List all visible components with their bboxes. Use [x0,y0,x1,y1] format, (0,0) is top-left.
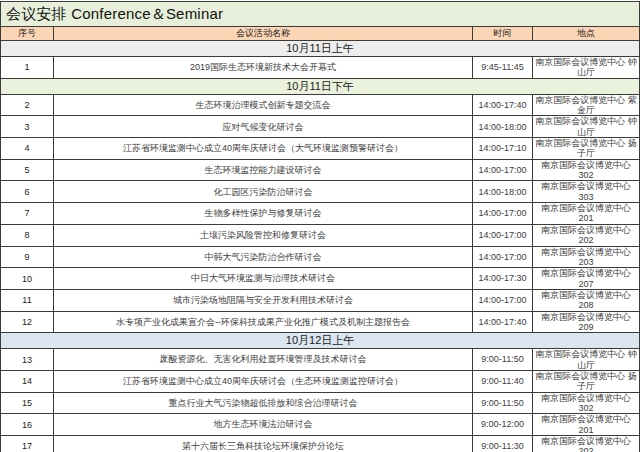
cell-location: 南京国际会议博览中心 201 [533,203,640,225]
cell-time: 9:00-11:40 [473,370,533,392]
cell-location: 南京国际会议博览中心 202 [533,436,640,452]
table-row: 10中日大气环境监测与治理技术研讨会14:00-17:30南京国际会议博览中心 … [1,268,640,290]
table-row: 17第十六届长三角科技论坛环境保护分论坛9:00-11:30南京国际会议博览中心… [1,436,640,452]
table-row: 14江苏省环境监测中心成立40周年庆研讨会（生态环境监测监控研讨会）9:00-1… [1,370,640,392]
cell-location: 南京国际会议博览中心 207 [533,268,640,290]
cell-time: 9:45-11:45 [473,57,533,79]
column-header-location: 地点 [533,27,640,41]
cell-seq: 12 [1,311,54,333]
table-row: 12019国际生态环境新技术大会开幕式9:45-11:45南京国际会议博览中心 … [1,57,640,79]
cell-time: 14:00-17:40 [473,311,533,333]
cell-name: 地方生态环境法治研讨会 [54,414,473,436]
table-row: 8土壤污染风险管控和修复研讨会14:00-17:00南京国际会议博览中心 202 [1,224,640,246]
cell-name: 2019国际生态环境新技术大会开幕式 [54,57,473,79]
cell-location: 南京国际会议博览中心 扬子厅 [533,138,640,160]
cell-time: 14:00-18:00 [473,116,533,138]
cell-seq: 16 [1,414,54,436]
cell-name: 中日大气环境监测与治理技术研讨会 [54,268,473,290]
cell-seq: 9 [1,246,54,268]
cell-location: 南京国际会议博览中心 202 [533,224,640,246]
schedule-sheet: 会议安排 Conference＆Seminar 序号 会议活动名称 时间 地点 … [0,0,640,452]
column-header-time: 时间 [473,27,533,41]
table-row: 6化工园区污染防治研讨会14:00-18:00南京国际会议博览中心 303 [1,181,640,203]
cell-time: 9:00-11:30 [473,436,533,452]
cell-time: 14:00-17:00 [473,289,533,311]
cell-time: 14:00-18:00 [473,181,533,203]
cell-seq: 13 [1,349,54,371]
cell-seq: 4 [1,138,54,160]
cell-seq: 3 [1,116,54,138]
cell-name: 第十六届长三角科技论坛环境保护分论坛 [54,436,473,452]
cell-location: 南京国际会议博览中心 203 [533,246,640,268]
cell-name: 应对气候变化研讨会 [54,116,473,138]
cell-location: 南京国际会议博览中心 紫金厅 [533,94,640,116]
cell-location: 南京国际会议博览中心 302 [533,392,640,414]
cell-location: 南京国际会议博览中心 钟山厅 [533,349,640,371]
cell-seq: 5 [1,159,54,181]
column-header-row: 序号 会议活动名称 时间 地点 [1,27,640,41]
cell-location: 南京国际会议博览中心 208 [533,289,640,311]
cell-name: 生物多样性保护与修复研讨会 [54,203,473,225]
cell-seq: 17 [1,436,54,452]
cell-location: 南京国际会议博览中心 扬子厅 [533,370,640,392]
cell-time: 14:00-17:00 [473,159,533,181]
cell-time: 9:00-11:50 [473,392,533,414]
table-row: 2生态环境治理模式创新专题交流会14:00-17:40南京国际会议博览中心 紫金… [1,94,640,116]
cell-seq: 11 [1,289,54,311]
cell-location: 南京国际会议博览中心 303 [533,181,640,203]
cell-location: 南京国际会议博览中心 209 [533,311,640,333]
cell-seq: 10 [1,268,54,290]
cell-time: 14:00-17:00 [473,224,533,246]
cell-time: 14:00-17:30 [473,268,533,290]
cell-time: 9:00-12:00 [473,414,533,436]
section-row: 10月12日上午 [1,333,640,349]
cell-name: 江苏省环境监测中心成立40周年庆研讨会（生态环境监测监控研讨会） [54,370,473,392]
cell-location: 南京国际会议博览中心 钟山厅 [533,57,640,79]
cell-time: 9:00-11:50 [473,349,533,371]
table-row: 3应对气候变化研讨会14:00-18:00南京国际会议博览中心 钟山厅 [1,116,640,138]
cell-name: 化工园区污染防治研讨会 [54,181,473,203]
cell-name: 重点行业大气污染物超低排放和综合治理研讨会 [54,392,473,414]
cell-time: 14:00-17:40 [473,94,533,116]
cell-seq: 7 [1,203,54,225]
cell-name: 废酸资源化、无害化利用处置环境管理及技术研讨会 [54,349,473,371]
table-row: 12水专项产业化成果宣介会--环保科技成果产业化推广模式及机制主题报告会14:0… [1,311,640,333]
table-row: 5生态环境监控能力建设研讨会14:00-17:00南京国际会议博览中心 302 [1,159,640,181]
cell-time: 14:00-17:10 [473,138,533,160]
table-row: 4江苏省环境监测中心成立40周年庆研讨会（大气环境监测预警研讨会）14:00-1… [1,138,640,160]
table-row: 13废酸资源化、无害化利用处置环境管理及技术研讨会9:00-11:50南京国际会… [1,349,640,371]
table-row: 15重点行业大气污染物超低排放和综合治理研讨会9:00-11:50南京国际会议博… [1,392,640,414]
table-title-row: 会议安排 Conference＆Seminar [1,2,640,27]
table-row: 9中韩大气污染防治合作研讨会14:00-17:00南京国际会议博览中心 203 [1,246,640,268]
cell-location: 南京国际会议博览中心 302 [533,159,640,181]
cell-name: 生态环境监控能力建设研讨会 [54,159,473,181]
cell-seq: 15 [1,392,54,414]
section-row: 10月11日上午 [1,41,640,57]
cell-location: 南京国际会议博览中心 钟山厅 [533,116,640,138]
table-row: 7生物多样性保护与修复研讨会14:00-17:00南京国际会议博览中心 201 [1,203,640,225]
table-row: 16地方生态环境法治研讨会9:00-12:00南京国际会议博览中心 201 [1,414,640,436]
cell-seq: 8 [1,224,54,246]
section-label: 10月11日上午 [1,41,640,57]
cell-name: 中韩大气污染防治合作研讨会 [54,246,473,268]
cell-seq: 14 [1,370,54,392]
cell-location: 南京国际会议博览中心 201 [533,414,640,436]
cell-time: 14:00-17:00 [473,246,533,268]
column-header-name: 会议活动名称 [54,27,473,41]
cell-name: 水专项产业化成果宣介会--环保科技成果产业化推广模式及机制主题报告会 [54,311,473,333]
table-row: 11城市污染场地阻隔与安全开发利用技术研讨会14:00-17:00南京国际会议博… [1,289,640,311]
page-title: 会议安排 Conference＆Seminar [1,2,640,27]
cell-name: 土壤污染风险管控和修复研讨会 [54,224,473,246]
cell-name: 江苏省环境监测中心成立40周年庆研讨会（大气环境监测预警研讨会） [54,138,473,160]
cell-name: 城市污染场地阻隔与安全开发利用技术研讨会 [54,289,473,311]
section-label: 10月11日下午 [1,78,640,94]
section-row: 10月11日下午 [1,78,640,94]
cell-seq: 1 [1,57,54,79]
column-header-seq: 序号 [1,27,54,41]
cell-name: 生态环境治理模式创新专题交流会 [54,94,473,116]
section-label: 10月12日上午 [1,333,640,349]
conference-schedule-table: 会议安排 Conference＆Seminar 序号 会议活动名称 时间 地点 … [0,1,640,452]
cell-seq: 6 [1,181,54,203]
cell-time: 14:00-17:00 [473,203,533,225]
cell-seq: 2 [1,94,54,116]
